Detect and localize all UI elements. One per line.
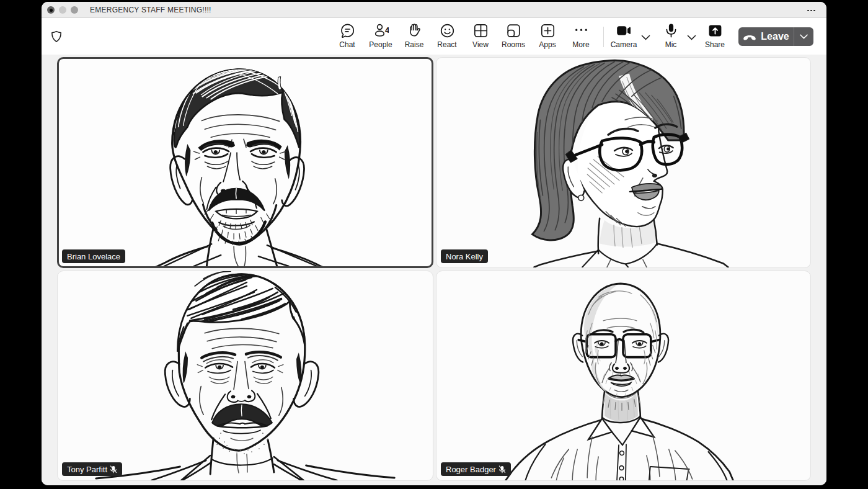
svg-text:4: 4	[385, 25, 389, 35]
